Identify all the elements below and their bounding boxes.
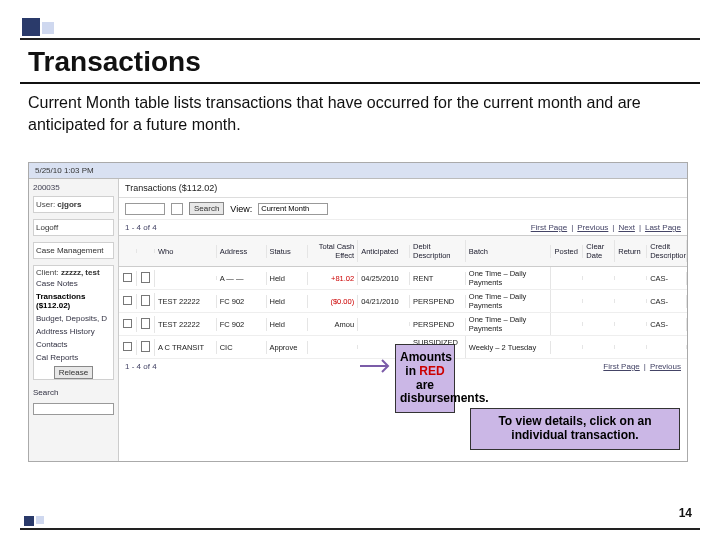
- user-value: cjgors: [57, 200, 81, 209]
- cell-status: Held: [267, 295, 309, 308]
- rule-bottom: [20, 528, 700, 530]
- doc-icon[interactable]: [141, 272, 150, 283]
- col-anticipated[interactable]: Anticipated: [358, 245, 410, 258]
- cell-antic: 04/21/2010: [358, 295, 410, 308]
- filter-input-2[interactable]: [171, 203, 183, 215]
- cell-status: Held: [267, 272, 309, 285]
- app-id: 200035: [33, 183, 114, 192]
- nav-budget[interactable]: Budget, Deposits, D: [36, 312, 111, 325]
- col-who[interactable]: Who: [155, 245, 217, 258]
- row-checkbox[interactable]: [123, 342, 132, 351]
- cell-addr: A — —: [217, 272, 267, 285]
- prev-page-link[interactable]: Previous: [577, 223, 608, 232]
- cell-debit: PERSPEND: [410, 318, 466, 331]
- col-batch[interactable]: Batch: [466, 245, 552, 258]
- case-mgmt-link[interactable]: Case Management: [33, 242, 114, 259]
- cell-batch: One Time – Daily Payments: [466, 290, 552, 312]
- nav-transactions[interactable]: Transactions ($112.02): [36, 290, 111, 312]
- row-checkbox[interactable]: [123, 273, 132, 282]
- prev-page-link-b[interactable]: Previous: [650, 362, 681, 371]
- logoff-label: Logoff: [36, 223, 58, 232]
- row-checkbox[interactable]: [123, 296, 132, 305]
- logoff-link[interactable]: Logoff: [33, 219, 114, 236]
- cell-return: [615, 299, 647, 303]
- cell-status: Approve: [267, 341, 309, 354]
- cell-who: [155, 276, 217, 280]
- nav-contacts[interactable]: Contacts: [36, 338, 111, 351]
- last-page-link[interactable]: Last Page: [645, 223, 681, 232]
- col-posted[interactable]: Posted: [551, 245, 583, 258]
- cell-batch: One Time – Daily Payments: [466, 313, 552, 335]
- doc-icon[interactable]: [141, 318, 150, 329]
- count-bottom: 1 - 4 of 4: [125, 362, 157, 371]
- user-box: User: cjgors: [33, 196, 114, 213]
- cell-addr: FC 902: [217, 318, 267, 331]
- cell-effect: +81.02: [308, 272, 358, 285]
- col-checkbox: [119, 249, 137, 253]
- cell-addr: FC 902: [217, 295, 267, 308]
- col-effect[interactable]: Total Cash Effect: [308, 240, 358, 262]
- cell-return: [615, 276, 647, 280]
- table-row[interactable]: TEST 22222 FC 902 Held ($0.00) 04/21/201…: [119, 290, 687, 313]
- col-credit[interactable]: Credit Description: [647, 240, 687, 262]
- cell-posted: [551, 345, 583, 349]
- cell-posted: [551, 299, 583, 303]
- cell-credit: [647, 345, 687, 349]
- view-label: View:: [230, 204, 252, 214]
- cell-effect: [308, 345, 358, 349]
- client-value: zzzzz, test: [61, 268, 100, 277]
- app-timestamp: 5/25/10 1:03 PM: [35, 166, 94, 175]
- table-row[interactable]: A — — Held +81.02 04/25/2010 RENT One Ti…: [119, 267, 687, 290]
- main-header: Transactions ($112.02): [119, 179, 687, 198]
- search-button[interactable]: Search: [189, 202, 224, 215]
- search-row: Search View: Current Month: [119, 198, 687, 220]
- client-panel: Client: zzzzz, test Case Notes Transacti…: [33, 265, 114, 380]
- next-page-link[interactable]: Next: [618, 223, 634, 232]
- col-debit[interactable]: Debit Description: [410, 240, 466, 262]
- callout2-text: To view details, click on an individual …: [498, 414, 651, 442]
- col-return[interactable]: Return: [615, 245, 647, 258]
- decor-square-light: [42, 22, 54, 34]
- doc-icon[interactable]: [141, 341, 150, 352]
- first-page-link[interactable]: First Page: [531, 223, 567, 232]
- callout-red-amounts: Amounts in RED are disbursements.: [395, 344, 455, 413]
- cell-clear: [583, 299, 615, 303]
- transactions-table: Who Address Status Total Cash Effect Ant…: [119, 235, 687, 359]
- callout1-red: RED: [419, 364, 444, 378]
- row-checkbox[interactable]: [123, 319, 132, 328]
- page-number: 14: [679, 506, 692, 520]
- view-select[interactable]: Current Month: [258, 203, 328, 215]
- nav-address-history[interactable]: Addtress History: [36, 325, 111, 338]
- col-status[interactable]: Status: [267, 245, 309, 258]
- cell-debit: RENT: [410, 272, 466, 285]
- cell-antic: [358, 322, 410, 326]
- cell-credit: CAS-: [647, 272, 687, 285]
- table-row[interactable]: TEST 22222 FC 902 Held Amou PERSPEND One…: [119, 313, 687, 336]
- decor-square-bottom-light: [36, 516, 44, 524]
- nav-case-notes[interactable]: Case Notes: [36, 277, 111, 290]
- cell-who: TEST 22222: [155, 295, 217, 308]
- slide-title: Transactions: [28, 46, 201, 78]
- first-page-link-b[interactable]: First Page: [603, 362, 639, 371]
- release-button[interactable]: Release: [54, 366, 93, 379]
- cell-batch: One Time – Daily Payments: [466, 267, 552, 289]
- doc-icon[interactable]: [141, 295, 150, 306]
- filter-input-1[interactable]: [125, 203, 165, 215]
- callout-view-details: To view details, click on an individual …: [470, 408, 680, 450]
- col-address[interactable]: Address: [217, 245, 267, 258]
- sidebar: 200035 User: cjgors Logoff Case Manageme…: [29, 179, 119, 461]
- col-clear[interactable]: Clear Date: [583, 240, 615, 262]
- nav-cal-reports[interactable]: Cal Reports: [36, 351, 111, 364]
- count-top: 1 - 4 of 4: [125, 223, 157, 232]
- rule-top: [20, 38, 700, 40]
- decor-square-bottom: [24, 516, 34, 526]
- decor-square: [22, 18, 40, 36]
- cell-credit: CAS-: [647, 295, 687, 308]
- search-input[interactable]: [33, 403, 114, 415]
- slide-body: Current Month table lists transactions t…: [28, 92, 696, 135]
- cell-debit: PERSPEND: [410, 295, 466, 308]
- cell-clear: [583, 322, 615, 326]
- cell-return: [615, 322, 647, 326]
- cell-clear: [583, 276, 615, 280]
- table-header-row: Who Address Status Total Cash Effect Ant…: [119, 235, 687, 267]
